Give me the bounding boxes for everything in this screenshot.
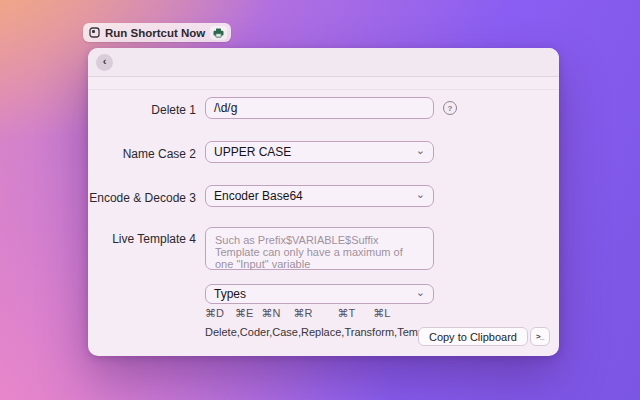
keyboard-shortcut-hints: ⌘D ⌘E ⌘N ⌘R ⌘T ⌘L <box>205 307 390 320</box>
printer-icon <box>213 28 224 38</box>
copy-to-clipboard-button[interactable]: Copy to Clipboard <box>418 327 528 346</box>
shortcut-hint: ⌘R <box>293 307 312 320</box>
shortcut-hint: ⌘T <box>337 307 355 320</box>
chevron-down-icon: ⌄ <box>416 287 425 298</box>
footer-buttons: Copy to Clipboard >_ <box>418 327 550 346</box>
delete-regex-input[interactable]: /\d/g <box>205 97 434 119</box>
chevron-down-icon: ⌄ <box>416 189 425 200</box>
run-shortcut-button[interactable]: Run Shortcut Now <box>83 23 231 42</box>
field-label-live-template: Live Template 4 <box>88 232 196 246</box>
encode-decode-value: Encoder Base64 <box>214 189 303 203</box>
run-shortcut-label: Run Shortcut Now <box>105 27 205 39</box>
encode-decode-select[interactable]: Encoder Base64 ⌄ <box>205 185 434 207</box>
field-label-name-case: Name Case 2 <box>88 147 196 161</box>
shortcut-hint: ⌘D <box>205 307 224 320</box>
chevron-down-icon: ⌄ <box>416 145 425 156</box>
template-placeholder-line1: Such as Prefix$VARIABLE$Suffix <box>215 234 424 246</box>
delete-regex-value: /\d/g <box>214 101 237 115</box>
shortcut-hint: ⌘E <box>235 307 253 320</box>
live-template-textarea[interactable]: Such as Prefix$VARIABLE$Suffix Template … <box>205 227 434 270</box>
app-window: ‹ Delete 1 /\d/g ? Name Case 2 UPPER CAS… <box>88 48 559 356</box>
help-icon: ? <box>448 104 453 113</box>
terminal-button[interactable]: >_ <box>530 327 550 346</box>
window-header: ‹ <box>88 48 559 77</box>
help-button[interactable]: ? <box>443 101 457 115</box>
chevron-left-icon: ‹ <box>103 56 107 67</box>
shortcut-hint: ⌘N <box>261 307 280 320</box>
field-label-encode-decode: Encode & Decode 3 <box>88 191 196 205</box>
copy-button-label: Copy to Clipboard <box>429 331 517 343</box>
types-value: Types <box>214 287 246 301</box>
shortcut-hint: ⌘L <box>373 307 390 320</box>
types-select[interactable]: Types ⌄ <box>205 284 434 304</box>
scrolled-row-edge <box>88 77 559 90</box>
printer-button[interactable] <box>210 26 227 40</box>
name-case-value: UPPER CASE <box>214 145 291 159</box>
name-case-select[interactable]: UPPER CASE ⌄ <box>205 141 434 163</box>
types-summary-text: Delete,Coder,Case,Replace,Transform,Temp… <box>205 326 442 338</box>
shortcut-icon <box>89 27 100 38</box>
field-label-delete: Delete 1 <box>88 103 196 117</box>
template-placeholder-line2: Template can only have a maximum of one … <box>215 246 424 270</box>
terminal-prompt-icon: >_ <box>536 332 544 341</box>
back-button[interactable]: ‹ <box>96 54 113 71</box>
